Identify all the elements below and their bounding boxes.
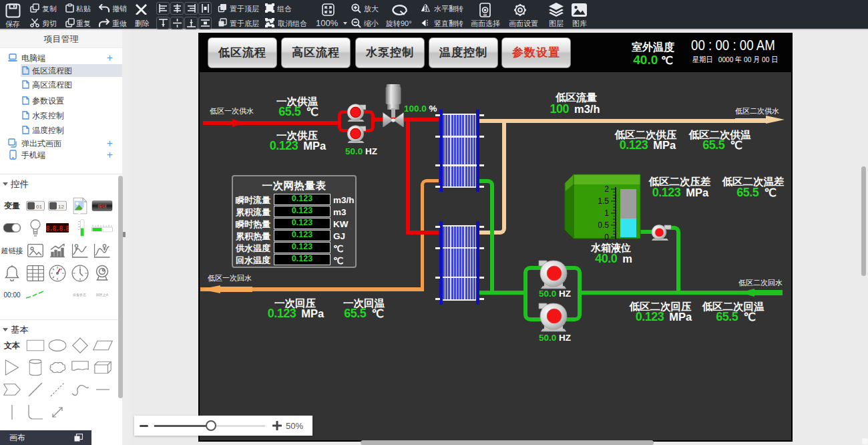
svg-text:12: 12: [58, 204, 64, 210]
svg-text:1: 1: [604, 208, 609, 218]
svg-text:0.5: 0.5: [598, 220, 609, 230]
svg-text:8.8.8.8: 8.8.8.8: [46, 225, 69, 233]
svg-text:01: 01: [36, 204, 42, 210]
svg-text:2: 2: [604, 186, 609, 194]
svg-text:1.5: 1.5: [598, 196, 609, 206]
svg-text:0: 0: [604, 233, 609, 241]
svg-text:按钮: 按钮: [97, 204, 107, 208]
